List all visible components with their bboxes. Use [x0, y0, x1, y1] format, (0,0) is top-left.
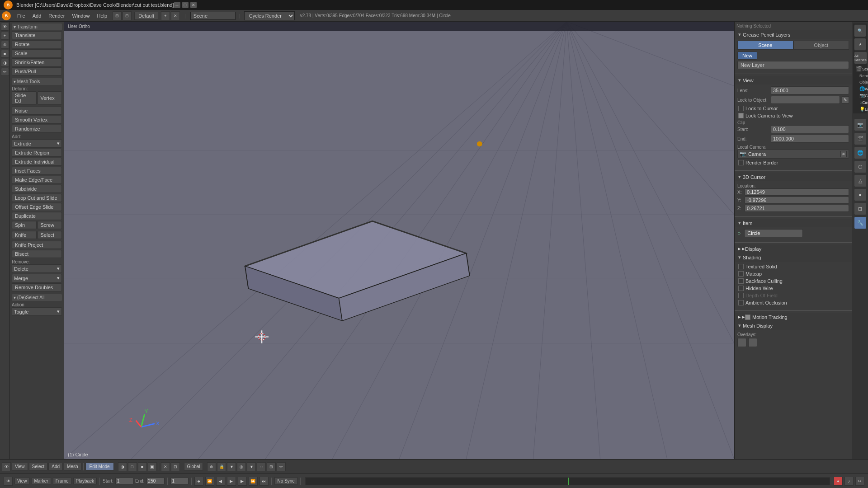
knife-button[interactable]: Knife	[12, 231, 37, 239]
viewport[interactable]: User Ortho	[64, 22, 734, 459]
select-button[interactable]: Select	[38, 231, 62, 239]
lock-object-icon[interactable]: ✎	[842, 96, 849, 103]
pivot-icon[interactable]: ⊕	[207, 462, 216, 471]
knife-project-button[interactable]: Knife Project	[12, 241, 62, 249]
solid-mode-icon[interactable]: ◑	[118, 462, 127, 471]
layout-icon-add[interactable]: +	[161, 11, 170, 20]
view-menu-btn[interactable]: View	[12, 463, 28, 470]
backface-check[interactable]	[738, 278, 744, 284]
item-name-input[interactable]	[744, 229, 803, 237]
hidden-wire-check[interactable]	[738, 286, 744, 291]
tl-current-frame[interactable]	[170, 478, 189, 484]
prop-icon-world[interactable]: 🌐	[854, 146, 867, 159]
grease-pencil-header[interactable]: ▾ Grease Pencil Layers	[735, 30, 852, 39]
bisect-button[interactable]: Bisect	[12, 250, 62, 258]
remove-doubles-button[interactable]: Remove Doubles	[12, 283, 62, 291]
textured-solid-check[interactable]	[738, 264, 744, 269]
deselect-title[interactable]: (De)Select All	[12, 294, 62, 301]
camera-close-icon[interactable]: ✕	[840, 151, 847, 157]
lock-camera-checkbox[interactable]: Lock Camera to View	[737, 113, 849, 119]
merge-dropdown[interactable]: Merge	[12, 274, 62, 282]
lens-input[interactable]	[771, 86, 849, 94]
hidden-wire-checkbox[interactable]: Hidden Wire	[737, 285, 849, 291]
noise-button[interactable]: Noise	[12, 107, 62, 115]
clip-end-input[interactable]	[771, 135, 849, 143]
coord-system-btn[interactable]: Global	[184, 463, 203, 470]
prop-icon-material[interactable]: ●	[854, 188, 867, 201]
clip-icon[interactable]: ✂	[855, 477, 864, 486]
tree-render-layers[interactable]: RenderLayers	[854, 73, 866, 79]
close-button[interactable]: ✕	[190, 2, 197, 8]
play-icon[interactable]: ▶	[227, 477, 236, 486]
prop-icon-render[interactable]: 📷	[854, 118, 867, 131]
menu-file[interactable]: File	[14, 12, 29, 20]
extrude-dropdown[interactable]: Extrude	[12, 139, 62, 148]
edit-mode-btn[interactable]: Edit Mode	[85, 463, 114, 470]
z-input[interactable]	[745, 205, 849, 212]
render-border-checkbox[interactable]: Render Border	[737, 160, 849, 166]
tree-object[interactable]: Object	[854, 79, 866, 85]
step-back-icon[interactable]: ⏪	[205, 477, 214, 486]
scale-button[interactable]: Scale	[12, 49, 62, 57]
spin-button[interactable]: Spin	[12, 221, 37, 229]
scene-tab[interactable]: Scene	[737, 41, 793, 50]
strip-btn-4[interactable]: ■	[1, 50, 9, 58]
proportional-icon[interactable]: ◎	[237, 462, 246, 471]
screw-button[interactable]: Screw	[38, 221, 62, 229]
ambient-occlusion-checkbox[interactable]: Ambient Occlusion	[737, 300, 849, 306]
add-menu-btn[interactable]: Add	[48, 463, 63, 470]
xray-icon[interactable]: ✕	[161, 462, 170, 471]
inset-faces-button[interactable]: Inset Faces	[12, 167, 62, 175]
layout-icon-close[interactable]: ✕	[171, 11, 180, 20]
new-layer-button[interactable]: New Layer	[737, 61, 849, 69]
x-input[interactable]	[745, 188, 849, 196]
push-pull-button[interactable]: Push/Pull	[12, 67, 62, 75]
randomize-button[interactable]: Randomize	[12, 125, 62, 133]
menu-add[interactable]: Add	[29, 12, 45, 20]
tree-scene[interactable]: 🎬 Scene	[854, 65, 866, 73]
snap-icon[interactable]: 🔒	[217, 462, 226, 471]
minimize-button[interactable]: ─	[174, 2, 180, 8]
lock-cursor-check[interactable]	[738, 106, 744, 111]
strip-btn-shading[interactable]: ◑	[1, 59, 9, 67]
overlay-icon-2[interactable]	[748, 338, 757, 347]
lock-cursor-checkbox[interactable]: Lock to Cursor	[737, 105, 849, 112]
display-header[interactable]: ▸ Display	[735, 244, 852, 253]
extrude-individual-button[interactable]: Extrude Individual	[12, 158, 62, 166]
rotate-button[interactable]: Rotate	[12, 40, 62, 48]
menu-help[interactable]: Help	[94, 12, 111, 20]
view-icon-left[interactable]: 👁	[2, 462, 11, 471]
lock-object-input[interactable]	[771, 96, 840, 104]
strip-btn-2[interactable]: +	[1, 32, 9, 40]
prop-icon-mesh[interactable]: △	[854, 174, 867, 187]
tl-frame-btn[interactable]: Frame	[53, 478, 71, 484]
grease-pencil-icon[interactable]: ✏	[277, 462, 286, 471]
tree-world[interactable]: 🌐 World	[854, 85, 866, 92]
play-end-icon[interactable]: ⏭	[259, 477, 269, 486]
strip-btn-1[interactable]: 👁	[1, 23, 9, 31]
depth-of-field-check[interactable]	[738, 293, 744, 298]
mesh-menu-btn[interactable]: Mesh	[64, 463, 81, 470]
mirror-icon[interactable]: ⊞	[267, 462, 276, 471]
smooth-vertex-button[interactable]: Smooth Vertex	[12, 116, 62, 124]
tree-lamp-item[interactable]: 💡 Lamp	[854, 106, 866, 113]
maximize-button[interactable]: □	[182, 2, 189, 8]
render-border-check[interactable]	[738, 160, 744, 165]
tl-start-input[interactable]	[115, 478, 133, 484]
menu-render[interactable]: Render	[45, 12, 68, 20]
backface-culling-checkbox[interactable]: Backface Culling	[737, 278, 849, 284]
subdivide-button[interactable]: Subdivide	[12, 185, 62, 193]
tree-camera-item[interactable]: 📷 Camera	[854, 92, 866, 99]
step-forward-icon[interactable]: ⏩	[249, 477, 258, 486]
depth-of-field-checkbox[interactable]: Depth Of Field	[737, 292, 849, 299]
make-edge-face-button[interactable]: Make Edge/Face	[12, 176, 62, 184]
next-frame-icon[interactable]: ▶	[238, 477, 247, 486]
mesh-display-header[interactable]: ▾ Mesh Display	[735, 321, 852, 330]
all-scenes-btn[interactable]: All Scenes	[854, 52, 867, 64]
engine-select[interactable]: Cycles Render Blender Render	[244, 11, 295, 20]
timeline-track[interactable]	[305, 477, 830, 485]
proportional-type-icon[interactable]: ▼	[247, 462, 256, 471]
motion-tracking-check[interactable]	[745, 314, 750, 320]
wire-mode-icon[interactable]: □	[128, 462, 137, 471]
prop-icon-texture[interactable]: ⊞	[854, 202, 867, 215]
